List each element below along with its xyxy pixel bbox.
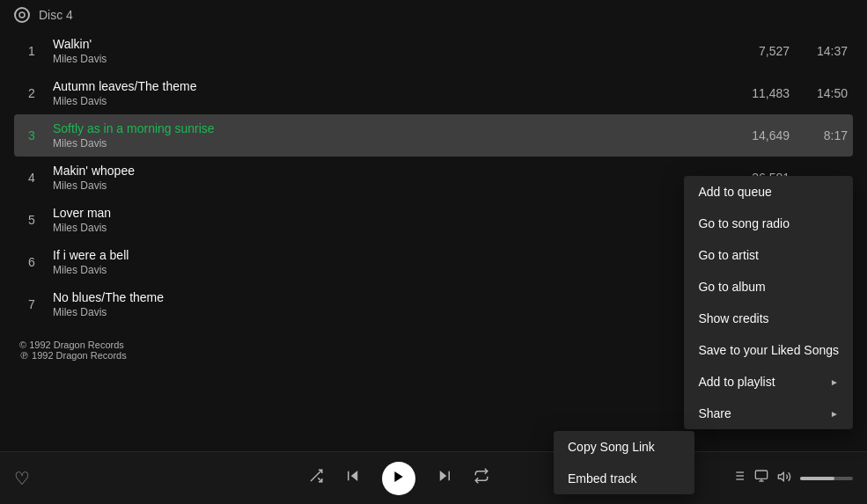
track-title: Makin' whopee [53,164,733,178]
context-menu: Add to queueGo to song radioGo to artist… [684,176,853,429]
context-menu-item-label: Show credits [698,311,768,325]
heart-icon: ♡ [14,469,30,488]
track-info: If i were a bell Miles Davis [44,248,733,276]
context-menu-item-label: Go to song radio [698,216,790,230]
volume-bar[interactable] [800,477,853,480]
track-title: If i were a bell [53,248,733,262]
track-plays: 11,483 [733,86,804,100]
context-menu-item[interactable]: Go to song radio [684,208,853,239]
prev-icon [345,470,361,487]
player-right [730,469,853,487]
player-left: ♡ [14,468,67,489]
track-title: No blues/The theme [53,290,733,304]
sub-context-menu-item[interactable]: Embed track [554,463,694,494]
play-button[interactable] [382,462,415,495]
track-title: Softly as in a morning sunrise [53,121,733,135]
shuffle-icon [308,470,324,487]
track-number: 6 [19,255,44,269]
track-info: Autumn leaves/The theme Miles Davis [44,79,733,107]
track-number: 5 [19,213,44,227]
disc-label: Disc 4 [39,8,73,22]
track-title: Autumn leaves/The theme [53,79,733,93]
track-plays: 7,527 [733,44,804,58]
context-menu-item[interactable]: Go to artist [684,239,853,271]
track-artist: Miles Davis [53,137,733,150]
track-row[interactable]: 2 Autumn leaves/The theme Miles Davis 11… [14,72,853,114]
volume-fill [800,477,834,480]
context-menu-item[interactable]: Save to your Liked Songs [684,334,853,366]
svg-marker-5 [394,471,402,482]
context-menu-item[interactable]: Share► [684,398,853,429]
player-bar: ♡ [0,451,867,504]
sub-context-menu-item-label: Embed track [568,471,637,486]
context-menu-item[interactable]: Add to queue [684,176,853,208]
shuffle-button[interactable] [308,468,324,488]
context-menu-item-label: Add to queue [698,185,771,199]
track-number: 3 [19,128,44,142]
context-menu-item-label: Save to your Liked Songs [698,343,839,357]
track-artist: Miles Davis [53,95,733,107]
next-icon [437,470,452,487]
queue-button[interactable] [731,469,746,487]
context-menu-item-label: Add to playlist [698,375,775,389]
svg-marker-3 [350,471,357,481]
svg-rect-14 [755,471,767,478]
track-number: 2 [19,86,44,100]
track-duration: 14:37 [804,44,848,58]
submenu-arrow-icon: ► [830,377,839,387]
context-menu-item[interactable]: Go to album [684,271,853,303]
sub-context-menu: Copy Song LinkEmbed track [554,431,694,494]
repeat-icon [474,470,489,487]
track-number: 4 [19,171,44,185]
volume-button[interactable] [777,470,791,487]
context-menu-item[interactable]: Show credits [684,303,853,334]
track-artist: Miles Davis [53,306,733,318]
svg-marker-17 [778,472,783,480]
track-artist: Miles Davis [53,222,733,234]
track-row[interactable]: 3 Softly as in a morning sunrise Miles D… [14,114,853,157]
track-artist: Miles Davis [53,179,733,192]
track-title: Walkin' [53,37,733,51]
track-info: Makin' whopee Miles Davis [44,164,733,192]
next-button[interactable] [437,468,452,488]
track-artist: Miles Davis [53,264,733,276]
track-artist: Miles Davis [53,53,733,65]
repeat-button[interactable] [474,468,489,488]
svg-point-0 [19,12,25,18]
track-info: Walkin' Miles Davis [44,37,733,65]
context-menu-item-label: Share [698,406,731,420]
track-number: 1 [19,44,44,58]
track-plays: 14,649 [733,128,804,142]
track-info: Lover man Miles Davis [44,206,733,234]
prev-button[interactable] [345,468,361,488]
play-icon [392,470,406,487]
submenu-arrow-icon: ► [830,409,839,419]
sub-context-menu-item[interactable]: Copy Song Link [554,431,694,463]
context-menu-item[interactable]: Add to playlist► [684,366,853,398]
context-menu-item-label: Go to artist [698,248,758,262]
svg-marker-6 [439,471,446,481]
track-row[interactable]: 1 Walkin' Miles Davis 7,527 14:37 [14,30,853,72]
context-menu-item-label: Go to album [698,280,765,294]
sub-context-menu-item-label: Copy Song Link [568,440,655,454]
track-duration: 8:17 [804,128,848,142]
track-number: 7 [19,297,44,311]
track-duration: 14:50 [804,86,848,100]
disc-icon [14,7,30,23]
track-info: Softly as in a morning sunrise Miles Dav… [44,121,733,150]
track-info: No blues/The theme Miles Davis [44,290,733,318]
like-button[interactable]: ♡ [14,468,30,489]
disc-header: Disc 4 [14,0,853,30]
track-title: Lover man [53,206,733,220]
device-button[interactable] [754,469,768,487]
